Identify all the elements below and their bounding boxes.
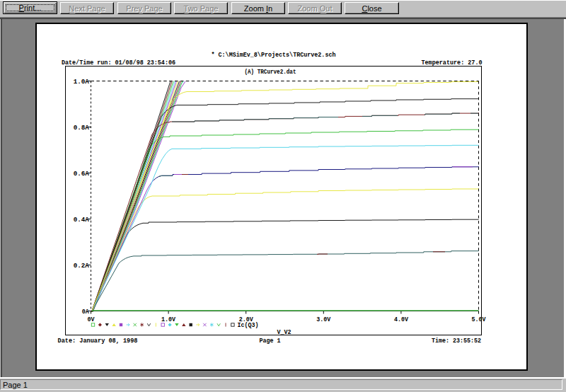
svg-text:Page 1: Page 1 <box>260 337 281 345</box>
svg-text:4.0V: 4.0V <box>394 316 408 323</box>
svg-text:Temperature: 27.0: Temperature: 27.0 <box>422 59 483 67</box>
svg-text:(A) TRCurve2.dat: (A) TRCurve2.dat <box>245 68 296 76</box>
svg-text:Time: 23:55:52: Time: 23:55:52 <box>432 337 481 345</box>
svg-text:1.0V: 1.0V <box>161 316 175 323</box>
svg-text:V_V2: V_V2 <box>277 328 291 336</box>
svg-text:0.6A: 0.6A <box>74 170 89 178</box>
svg-text:1.0A: 1.0A <box>74 78 89 86</box>
svg-text:Date/Time run: 01/08/98 23:54:: Date/Time run: 01/08/98 23:54:06 <box>62 59 175 67</box>
svg-text:0A: 0A <box>82 308 89 316</box>
svg-text:5.0V: 5.0V <box>472 316 486 323</box>
svg-text:0V: 0V <box>88 316 95 323</box>
svg-text:0.2A: 0.2A <box>74 262 89 270</box>
svg-text:Ic(Q3): Ic(Q3) <box>238 321 259 329</box>
svg-text:0.4A: 0.4A <box>74 216 89 224</box>
svg-text:0.8A: 0.8A <box>74 124 89 132</box>
svg-text:Date: January 08, 1998: Date: January 08, 1998 <box>58 337 138 345</box>
svg-text:3.0V: 3.0V <box>316 316 330 323</box>
svg-text:* C:\MSimEv_8\Projects\TRCurve: * C:\MSimEv_8\Projects\TRCurve2.sch <box>212 51 336 59</box>
